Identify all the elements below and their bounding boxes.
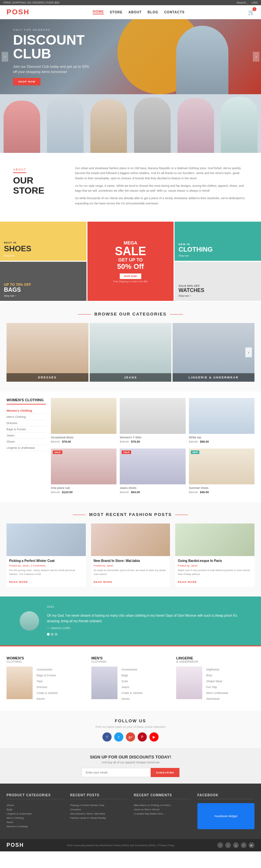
- sidebar-nav-mens[interactable]: Men's Clothing: [6, 414, 46, 420]
- social-copy-2[interactable]: t: [225, 842, 231, 848]
- social-copy-3[interactable]: g: [233, 842, 239, 848]
- list-item[interactable]: Bags: [6, 807, 64, 812]
- post-img-3: [175, 524, 255, 556]
- list-item[interactable]: Bags & Purses: [36, 673, 58, 678]
- person-figure-2: [47, 96, 84, 153]
- category-lingerie[interactable]: LINGERIE & UNDERWEAR ›: [173, 323, 255, 382]
- list-item[interactable]: Mike Black on Picking a Perfect...: [134, 803, 191, 807]
- sidebar-nav-jeans[interactable]: Jeans: [6, 433, 46, 439]
- list-item[interactable]: Denim: [36, 696, 58, 702]
- signup-subscribe-button[interactable]: SUBSCRIBE: [151, 768, 179, 777]
- post-readmore-1[interactable]: READ MORE: [9, 581, 28, 584]
- list-item[interactable]: Occasion: [70, 807, 127, 812]
- cart-button[interactable]: 🛒 1: [248, 9, 255, 15]
- product-card-2[interactable]: Women's T-Shirt $45.00 $79.00: [120, 398, 185, 445]
- promo-clothing-link[interactable]: Shop now: [178, 254, 257, 257]
- list-item[interactable]: Picking a Perfect Winter Coat: [70, 803, 127, 807]
- header-icons: 🛒 1: [248, 9, 255, 15]
- promo-shop-button[interactable]: SHOP NOW!: [120, 274, 141, 279]
- pinterest-icon[interactable]: P: [138, 733, 147, 742]
- sidebar-nav-bags[interactable]: Bags & Purses: [6, 426, 46, 433]
- list-item[interactable]: Denim: [121, 696, 143, 702]
- list-item[interactable]: Crowded Bay Ballet Girls...: [134, 812, 191, 816]
- product-card-5[interactable]: SALE Jeans shorts $44.00 $54.00: [120, 448, 185, 496]
- nav-contacts[interactable]: CONTACTS: [164, 10, 185, 14]
- list-item[interactable]: Accessories: [121, 666, 143, 673]
- promo-mega-sale[interactable]: MEGA SALE Get up to 50% Off SHOP NOW! Fr…: [87, 222, 174, 301]
- category-dresses-img: [6, 323, 88, 382]
- post-title-3: Going Bardot-esque In Paris: [178, 559, 252, 563]
- product-card-6[interactable]: NEW Summer Dress $32.00 $45.00: [189, 448, 255, 496]
- post-card-2[interactable]: New Brand In Store: Wal-labia Posted by:…: [91, 524, 170, 587]
- signup-email-input[interactable]: [82, 768, 151, 777]
- list-item[interactable]: Jeans: [121, 684, 143, 690]
- promo-watches-link[interactable]: Shop now ─: [178, 294, 257, 297]
- post-card-1[interactable]: Picking a Perfect Winter Coat Posted by:…: [6, 524, 86, 587]
- list-item[interactable]: Coats & Jackets: [36, 690, 58, 696]
- promo-watches[interactable]: SALE 50% OFF Watches Shop now ─: [175, 262, 261, 301]
- hero-arrow-right[interactable]: ›: [253, 52, 259, 62]
- youtube-icon[interactable]: ▶: [149, 733, 158, 742]
- list-item[interactable]: Lingerie & Underwear: [6, 812, 64, 816]
- list-item[interactable]: Men's Clothing: [6, 816, 64, 820]
- promo-bags-link[interactable]: Shop now ─: [4, 294, 83, 297]
- post-readmore-2[interactable]: READ MORE: [94, 581, 113, 584]
- promo-bags-name: BAGS: [4, 286, 83, 293]
- list-item[interactable]: Shape Wear: [206, 678, 228, 684]
- list-item[interactable]: Dresses: [36, 684, 58, 690]
- footer-col-posts-heading: Recent Posts: [70, 793, 127, 799]
- social-copy-5[interactable]: ▶: [249, 842, 255, 848]
- list-item[interactable]: Coats & Jackets: [121, 690, 143, 696]
- hero-cta-button[interactable]: SHOP NOW: [13, 78, 40, 85]
- search-link[interactable]: Search...: [236, 1, 248, 4]
- social-copy-4[interactable]: P: [241, 842, 246, 848]
- list-item[interactable]: Shoes: [6, 803, 64, 807]
- t-dot-2[interactable]: [51, 633, 54, 636]
- facebook-icon[interactable]: f: [103, 733, 112, 742]
- sidebar-nav-dresses[interactable]: Dresses: [6, 420, 46, 426]
- promo-clothing-name: CLOTHING: [178, 246, 257, 253]
- list-item[interactable]: Suits: [121, 678, 143, 684]
- category-dresses[interactable]: DRESSES: [6, 323, 88, 382]
- list-item[interactable]: Accessories: [36, 666, 58, 673]
- nav-blog[interactable]: BLOG: [147, 10, 158, 14]
- product-card-3[interactable]: White top $46.00 $88.00: [189, 398, 255, 445]
- list-item[interactable]: Swimwear: [206, 696, 228, 702]
- category-jeans[interactable]: JEANS: [90, 323, 172, 382]
- list-item[interactable]: Bras: [206, 673, 228, 678]
- sidebar-nav-lingerie[interactable]: Lingerie & Underwear: [6, 445, 46, 451]
- nav-store[interactable]: STORE: [110, 10, 122, 14]
- nav-about[interactable]: ABOUT: [128, 10, 142, 14]
- list-item[interactable]: Fun Slip: [206, 684, 228, 690]
- promo-clothing[interactable]: New In CLOTHING Shop now: [175, 222, 261, 261]
- sidebar-nav-shoes[interactable]: Shoes: [6, 439, 46, 445]
- nav-home[interactable]: HOME: [93, 10, 104, 14]
- product-card-4[interactable]: SALE One-piece suit $90.00 $123.00: [51, 448, 116, 496]
- promo-shoes-link[interactable]: Shop now: [4, 254, 83, 257]
- footer-mens-img: [91, 666, 117, 699]
- list-item[interactable]: Women's Clothing: [6, 824, 64, 829]
- currency-selector[interactable]: USD: [252, 1, 258, 4]
- list-item[interactable]: Tops: [36, 678, 58, 684]
- sidebar-nav-womens[interactable]: Women's Clothing: [6, 408, 46, 414]
- post-card-3[interactable]: Going Bardot-esque In Paris Posted by: J…: [175, 524, 255, 587]
- category-arrow[interactable]: ›: [245, 347, 252, 357]
- product-card-1[interactable]: Occasional dress $64.00 $79.00: [51, 398, 116, 445]
- list-item[interactable]: Fashion week in Virtual Reality: [70, 816, 127, 820]
- twitter-icon[interactable]: t: [114, 733, 123, 742]
- list-item[interactable]: Nightwear: [206, 666, 228, 673]
- list-item[interactable]: New Brand in Store: Wal-labia: [70, 812, 127, 816]
- googleplus-icon[interactable]: g+: [126, 733, 135, 742]
- list-item[interactable]: Bags: [121, 673, 143, 678]
- list-item[interactable]: Janet on Men's Shorts: [134, 807, 191, 812]
- list-item[interactable]: News: [6, 820, 64, 824]
- list-item[interactable]: Worn Underwear: [206, 690, 228, 696]
- logo[interactable]: POSH: [6, 8, 29, 16]
- t-dot-3[interactable]: [55, 633, 57, 636]
- hero-arrow-left[interactable]: ‹: [2, 52, 8, 62]
- post-readmore-3[interactable]: READ MORE: [178, 581, 197, 584]
- promo-shoes[interactable]: Best in SHOES Shop now: [0, 222, 86, 261]
- promo-bags[interactable]: UP TO 70% OFF BAGS Shop now ─: [0, 262, 86, 301]
- t-dot-1[interactable]: [47, 633, 50, 636]
- social-copy-1[interactable]: f: [217, 842, 223, 848]
